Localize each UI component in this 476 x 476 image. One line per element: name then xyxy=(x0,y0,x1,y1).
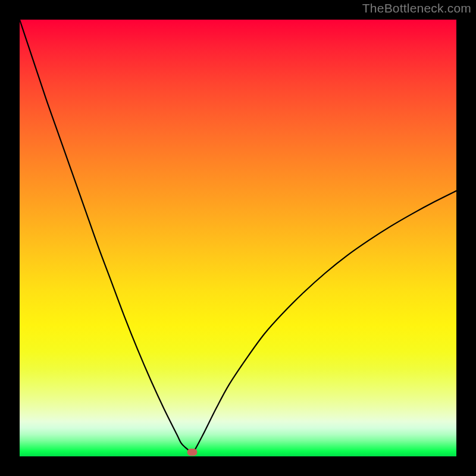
chart-container: TheBottleneck.com xyxy=(0,0,476,476)
bottleneck-curve xyxy=(20,20,456,456)
plot-area xyxy=(20,20,456,456)
optimal-point-marker xyxy=(187,449,197,456)
watermark-text: TheBottleneck.com xyxy=(362,1,471,15)
